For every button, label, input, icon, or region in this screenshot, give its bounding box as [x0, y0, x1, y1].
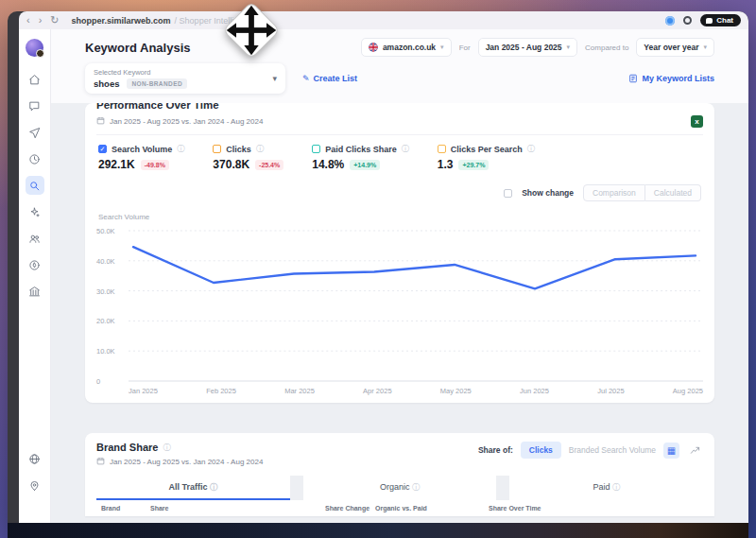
main-area: Keyword Analysis amazon.co. [51, 29, 748, 538]
metric-value: 14.8% [312, 158, 344, 171]
performance-date-range: Jan 2025 - Aug 2025 vs. Jan 2024 - Aug 2… [110, 117, 263, 126]
account-icon[interactable] [683, 16, 692, 25]
users-icon[interactable] [26, 229, 44, 248]
info-icon: ⓘ [177, 144, 184, 154]
metric-value: 1.3 [438, 158, 454, 171]
forward-icon[interactable]: › [39, 15, 43, 26]
selected-keyword-card[interactable]: Selected Keyword shoes NON-BRANDED ▾ [85, 63, 285, 94]
metric-clicks-per-search[interactable]: Clicks Per Search ⓘ 1.3 +29.7% [438, 144, 535, 171]
reload-icon[interactable]: ↻ [50, 15, 59, 26]
date-range-value: Jan 2025 - Aug 2025 [486, 43, 562, 52]
col-share-over-time: Share Over Time [489, 505, 541, 512]
calculated-button[interactable]: Calculated [645, 184, 701, 201]
metric-label: Clicks [226, 145, 251, 154]
my-keyword-lists-label: My Keyword Lists [642, 74, 714, 83]
info-icon: ⓘ [402, 144, 409, 154]
metric-value: 370.8K [213, 158, 249, 171]
extension-icon[interactable] [665, 16, 675, 26]
tab-label: All Traffic [169, 482, 208, 492]
pin-icon[interactable] [26, 476, 44, 495]
y-axis-title: Search Volume [98, 213, 703, 221]
selected-keyword-value: shoes [94, 78, 119, 89]
compass-icon[interactable] [26, 255, 44, 274]
change-badge: -49.8% [141, 160, 169, 170]
tab-label: Organic [380, 482, 410, 492]
paid-clicks-share-checkbox[interactable] [312, 145, 320, 153]
excel-export-icon[interactable]: x [691, 115, 703, 128]
search-icon[interactable] [26, 176, 44, 195]
metric-clicks[interactable]: Clicks ⓘ 370.8K -25.4% [213, 144, 284, 171]
back-icon[interactable]: ‹ [26, 15, 30, 26]
window-bottom-frame [8, 523, 748, 538]
send-icon[interactable] [26, 123, 44, 142]
home-icon[interactable] [26, 70, 44, 89]
pencil-icon: ✎ [302, 74, 310, 83]
tab-paid[interactable]: Paid ⓘ [509, 476, 703, 500]
change-badge: +29.7% [458, 160, 489, 170]
chevron-down-icon: ▾ [567, 43, 571, 51]
browser-window: ‹ › ↻ shopper.similarweb.com / Shopper I… [8, 11, 748, 538]
info-icon: ⓘ [612, 483, 620, 492]
table-view-icon[interactable]: ▦ [663, 443, 679, 459]
chart-view-icon[interactable] [687, 443, 703, 459]
date-range-select[interactable]: Jan 2025 - Aug 2025 ▾ [478, 38, 577, 57]
tab-organic[interactable]: Organic ⓘ [303, 476, 497, 500]
col-brand: Brand [101, 505, 120, 512]
share-of-clicks-button[interactable]: Clicks [521, 442, 561, 459]
tab-all-traffic[interactable]: All Traffic ⓘ [96, 476, 290, 500]
chat-label: Chat [716, 16, 733, 25]
search-volume-checkbox[interactable]: ✓ [98, 145, 107, 153]
sidebar-rail [19, 29, 51, 538]
info-icon: ⓘ [412, 483, 420, 492]
user-avatar[interactable] [26, 39, 43, 57]
clicks-per-search-checkbox[interactable] [438, 145, 446, 153]
change-badge: -25.4% [255, 160, 284, 170]
comparison-button[interactable]: Comparison [583, 184, 645, 201]
selected-keyword-label: Selected Keyword [94, 68, 272, 77]
chevron-down-icon: ▾ [703, 43, 707, 51]
metric-search-volume[interactable]: ✓ Search Volume ⓘ 292.1K -49.8% [98, 144, 184, 171]
bank-icon[interactable] [26, 282, 44, 301]
comments-icon[interactable] [26, 96, 44, 115]
chart-toolbar: Show change Comparison Calculated [96, 179, 703, 211]
share-of-label: Share of: [478, 445, 513, 455]
my-keyword-lists-button[interactable]: My Keyword Lists [628, 74, 714, 83]
chevron-down-icon: ▾ [440, 43, 444, 51]
move-cursor-icon [220, 0, 283, 61]
chevron-down-icon: ▾ [272, 74, 277, 83]
col-share: Share [150, 505, 168, 512]
app-shell: Keyword Analysis amazon.co. [19, 29, 748, 538]
performance-card: Performance Over Time Jan 2025 - Aug 202… [85, 103, 714, 403]
for-label: For [459, 43, 471, 52]
compared-to-label: Compared to [585, 43, 628, 52]
create-list-button[interactable]: ✎ Create List [302, 74, 357, 83]
tab-label: Paid [593, 482, 610, 492]
change-badge: +14.9% [350, 160, 380, 170]
clicks-checkbox[interactable] [213, 145, 221, 153]
comparison-select[interactable]: Year over year ▾ [636, 38, 714, 57]
search-volume-line-chart [129, 225, 703, 384]
metric-label: Paid Clicks Share [325, 145, 397, 154]
metrics-row: ✓ Search Volume ⓘ 292.1K -49.8% [96, 135, 703, 179]
x-axis-labels: Jan 2025Feb 2025Mar 2025Apr 2025May 2025… [129, 384, 703, 397]
uk-flag-icon [369, 43, 378, 52]
chat-button[interactable]: Chat [700, 14, 741, 26]
globe-icon[interactable] [26, 449, 44, 468]
calendar-icon [96, 457, 105, 467]
show-change-checkbox[interactable] [504, 189, 512, 198]
share-of-branded-search-volume-button[interactable]: Branded Search Volume [569, 445, 656, 455]
info-icon: ⓘ [163, 443, 170, 453]
browser-topbar: ‹ › ↻ shopper.similarweb.com / Shopper I… [19, 11, 748, 29]
history-icon[interactable] [26, 149, 44, 168]
performance-title: Performance Over Time [96, 103, 703, 111]
sparkles-icon[interactable] [26, 202, 44, 221]
desktop: ‹ › ↻ shopper.similarweb.com / Shopper I… [0, 0, 756, 538]
list-icon [628, 74, 638, 83]
info-icon: ⓘ [527, 144, 535, 154]
non-branded-badge: NON-BRANDED [127, 78, 187, 89]
brand-table-header: Brand Share Share Change Organic vs. Pai… [96, 503, 703, 516]
metric-paid-clicks-share[interactable]: Paid Clicks Share ⓘ 14.8% +14.9% [312, 144, 409, 171]
brand-share-title: Brand Share [96, 442, 158, 453]
col-share-change: Share Change [325, 505, 369, 512]
domain-select[interactable]: amazon.co.uk ▾ [361, 38, 452, 57]
